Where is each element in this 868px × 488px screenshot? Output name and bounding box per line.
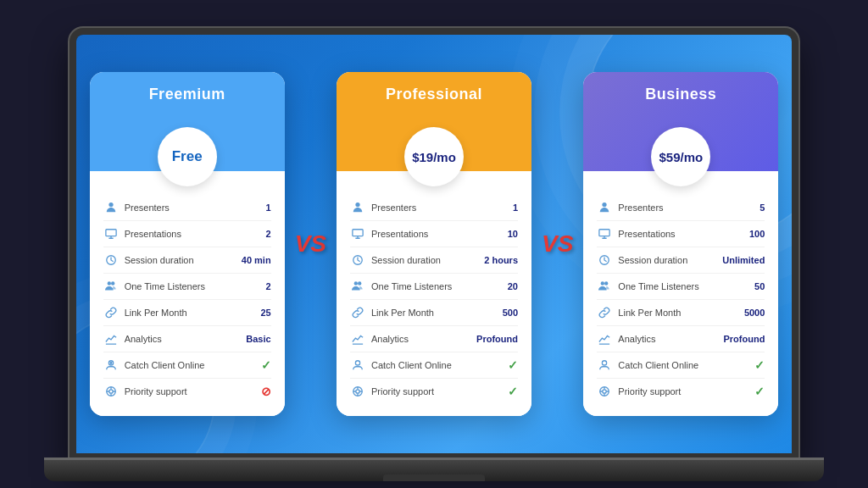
support-icon-biz <box>597 384 612 399</box>
support-label-biz: Priority support <box>618 386 754 396</box>
svg-point-5 <box>107 281 110 285</box>
svg-rect-17 <box>353 230 363 236</box>
presentation-icon <box>103 226 119 241</box>
support-value-biz: ✓ <box>754 385 765 398</box>
link-label: Link Per Month <box>125 308 261 318</box>
link-icon-pro <box>350 305 365 320</box>
freemium-card: Freemium Free Presenters 1 <box>90 72 285 416</box>
support-icon-pro <box>350 384 365 399</box>
laptop-notch <box>383 474 485 481</box>
analytics-label-biz: Analytics <box>618 334 723 344</box>
feature-listeners: One Time Listeners 2 <box>103 274 271 300</box>
session-value-pro: 2 hours <box>484 255 518 265</box>
professional-price-circle: $19/mo <box>404 127 464 186</box>
person-icon-biz <box>597 200 612 215</box>
feature-listeners-biz: One Time Listeners 50 <box>597 274 765 300</box>
presentation-icon-pro <box>350 226 365 241</box>
laptop-screen: Freemium Free Presenters 1 <box>70 28 798 460</box>
freemium-title: Freemium <box>100 86 275 103</box>
business-card: Business $59/mo Presenters 5 <box>583 72 778 416</box>
professional-card: Professional $19/mo Presenters 1 <box>337 72 531 416</box>
feature-presenters-pro: Presenters 1 <box>350 195 518 221</box>
client-value-biz: ✓ <box>754 358 765 372</box>
presenters-value-biz: 5 <box>760 202 765 213</box>
feature-analytics: Analytics Basic <box>103 326 271 352</box>
feature-support-biz: Priority support ✓ <box>597 379 765 404</box>
svg-point-9 <box>110 363 112 364</box>
freemium-header: Freemium Free <box>90 72 285 171</box>
clock-icon-pro <box>350 252 365 268</box>
presenters-value: 1 <box>266 202 271 213</box>
professional-title: Professional <box>347 86 521 103</box>
support-label-pro: Priority support <box>371 386 508 396</box>
svg-point-31 <box>603 202 607 207</box>
listeners-label-pro: One Time Listeners <box>371 281 508 291</box>
feature-presentations: Presentations 2 <box>103 221 271 247</box>
listeners-label: One Time Listeners <box>125 281 266 291</box>
session-label-biz: Session duration <box>618 255 722 265</box>
feature-listeners-pro: One Time Listeners 20 <box>350 274 518 300</box>
vs-label-1: VS <box>295 230 326 258</box>
freemium-body: Presenters 1 Presentations 2 <box>90 171 285 416</box>
vs-label-2: VS <box>542 230 573 258</box>
svg-point-39 <box>603 361 607 365</box>
analytics-icon-biz <box>597 331 612 347</box>
link-label-biz: Link Per Month <box>618 308 744 318</box>
feature-presenters: Presenters 1 <box>103 195 271 221</box>
presentations-label: Presentations <box>125 229 266 239</box>
svg-point-36 <box>601 281 604 285</box>
svg-rect-32 <box>599 230 609 236</box>
professional-body: Presenters 1 Presentations 10 <box>337 171 531 416</box>
analytics-label-pro: Analytics <box>371 334 476 344</box>
freemium-price-circle: Free <box>158 127 217 186</box>
svg-point-21 <box>354 281 358 285</box>
presenters-label-biz: Presenters <box>618 202 760 213</box>
client-icon-biz <box>597 358 612 373</box>
presentations-label-pro: Presentations <box>371 229 508 239</box>
listeners-label-biz: One Time Listeners <box>618 281 754 291</box>
support-value-pro: ✓ <box>508 385 518 398</box>
presenters-value-pro: 1 <box>513 202 518 213</box>
client-label-pro: Catch Client Online <box>371 360 508 370</box>
feature-session-biz: Session duration Unlimited <box>597 247 765 274</box>
feature-client: Catch Client Online ✓ <box>103 352 271 379</box>
feature-link-pro: Link Per Month 500 <box>350 300 518 326</box>
analytics-value-pro: Profound <box>476 334 518 344</box>
session-label-pro: Session duration <box>371 255 484 265</box>
presenters-label-pro: Presenters <box>371 202 513 213</box>
session-value: 40 min <box>242 255 271 265</box>
listeners-value-biz: 50 <box>754 281 765 291</box>
client-icon <box>103 358 119 373</box>
person-icon-pro <box>350 200 365 215</box>
session-label: Session duration <box>125 255 242 265</box>
feature-client-pro: Catch Client Online ✓ <box>350 352 518 379</box>
analytics-icon-pro <box>350 331 365 347</box>
presentations-value-pro: 10 <box>508 229 518 239</box>
svg-point-26 <box>356 390 359 393</box>
pricing-container: Freemium Free Presenters 1 <box>93 72 775 416</box>
link-icon-biz <box>597 305 612 320</box>
link-label-pro: Link Per Month <box>371 308 503 318</box>
business-header: Business $59/mo <box>583 72 778 171</box>
feature-session-pro: Session duration 2 hours <box>350 247 518 274</box>
feature-presentations-pro: Presentations 10 <box>350 221 518 247</box>
svg-point-0 <box>108 202 113 207</box>
feature-presentations-biz: Presentations 100 <box>597 221 765 247</box>
screen-content: Freemium Free Presenters 1 <box>76 35 792 453</box>
svg-point-41 <box>603 390 606 393</box>
support-label: Priority support <box>125 386 261 396</box>
business-body: Presenters 5 Presentations 100 <box>583 171 778 416</box>
presentations-value: 2 <box>266 229 271 239</box>
link-value-biz: 5000 <box>744 308 765 318</box>
clock-icon <box>103 252 119 268</box>
freemium-price: Free <box>172 148 203 165</box>
svg-point-24 <box>355 361 359 365</box>
presentation-icon-biz <box>597 226 612 241</box>
listeners-value-pro: 20 <box>508 281 518 291</box>
laptop-base <box>44 458 824 481</box>
feature-link-biz: Link Per Month 5000 <box>597 300 765 326</box>
support-icon <box>103 384 119 399</box>
analytics-value-biz: Profound <box>723 334 765 344</box>
person-icon <box>103 200 119 215</box>
client-value-pro: ✓ <box>508 358 518 372</box>
